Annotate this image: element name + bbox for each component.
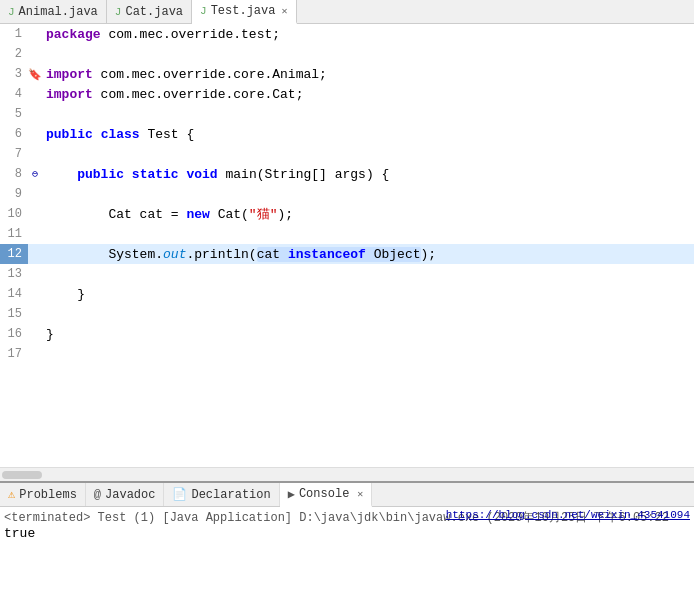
watermark: https://blog.csdn.net/weixin_43541094 xyxy=(446,509,690,521)
code-content[interactable]: 1 package com.mec.override.test; 2 3 🔖 i… xyxy=(0,24,694,467)
table-row: 14 } xyxy=(0,284,694,304)
line-number: 13 xyxy=(0,264,28,284)
tab-declaration[interactable]: 📄 Declaration xyxy=(164,483,279,506)
code-line xyxy=(42,344,694,364)
code-line: } xyxy=(42,284,694,304)
line-number: 11 xyxy=(0,224,28,244)
line-marker xyxy=(28,324,42,344)
table-row: 15 xyxy=(0,304,694,324)
table-row: 3 🔖 import com.mec.override.core.Animal; xyxy=(0,64,694,84)
code-table: 1 package com.mec.override.test; 2 3 🔖 i… xyxy=(0,24,694,364)
line-marker: 🔖 xyxy=(28,64,42,84)
line-marker xyxy=(28,304,42,324)
table-row: 12 System.out.println(cat instanceof Obj… xyxy=(0,244,694,264)
line-marker xyxy=(28,264,42,284)
code-line: System.out.println(cat instanceof Object… xyxy=(42,244,694,264)
line-number: 10 xyxy=(0,204,28,224)
tab-animal[interactable]: J Animal.java xyxy=(0,0,107,23)
code-line: import com.mec.override.core.Cat; xyxy=(42,84,694,104)
line-number: 8 xyxy=(0,164,28,184)
code-line xyxy=(42,104,694,124)
tab-label-problems: Problems xyxy=(19,488,77,502)
line-number: 17 xyxy=(0,344,28,364)
java-file-icon-animal: J xyxy=(8,6,15,18)
editor-area: 1 package com.mec.override.test; 2 3 🔖 i… xyxy=(0,24,694,481)
tab-close-test[interactable]: ✕ xyxy=(281,5,287,17)
table-row: 10 Cat cat = new Cat("猫"); xyxy=(0,204,694,224)
tab-cat[interactable]: J Cat.java xyxy=(107,0,192,23)
tab-label-declaration: Declaration xyxy=(191,488,270,502)
table-row: 2 xyxy=(0,44,694,64)
code-line: import com.mec.override.core.Animal; xyxy=(42,64,694,84)
line-marker xyxy=(28,244,42,264)
table-row: 16 } xyxy=(0,324,694,344)
line-marker xyxy=(28,344,42,364)
code-line: Cat cat = new Cat("猫"); xyxy=(42,204,694,224)
horizontal-scrollbar[interactable] xyxy=(0,467,694,481)
console-output: true xyxy=(4,526,690,541)
line-marker xyxy=(28,124,42,144)
code-line: } xyxy=(42,324,694,344)
table-row: 13 xyxy=(0,264,694,284)
console-area[interactable]: <terminated> Test (1) [Java Application]… xyxy=(0,507,694,601)
tab-console[interactable]: ▶ Console ✕ xyxy=(280,483,373,507)
tab-label-test: Test.java xyxy=(211,4,276,18)
bottom-tab-bar: ⚠ Problems @ Javadoc 📄 Declaration ▶ Con… xyxy=(0,483,694,507)
table-row: 4 import com.mec.override.core.Cat; xyxy=(0,84,694,104)
line-number: 7 xyxy=(0,144,28,164)
scroll-thumb[interactable] xyxy=(2,471,42,479)
java-file-icon-test: J xyxy=(200,5,207,17)
table-row: 17 xyxy=(0,344,694,364)
line-number: 14 xyxy=(0,284,28,304)
console-icon: ▶ xyxy=(288,487,295,502)
table-row: 8 ⊖ public static void main(String[] arg… xyxy=(0,164,694,184)
line-marker xyxy=(28,104,42,124)
line-marker xyxy=(28,224,42,244)
bottom-panel: ⚠ Problems @ Javadoc 📄 Declaration ▶ Con… xyxy=(0,481,694,601)
line-marker xyxy=(28,84,42,104)
line-marker xyxy=(28,44,42,64)
code-line: public class Test { xyxy=(42,124,694,144)
code-line xyxy=(42,224,694,244)
line-number: 16 xyxy=(0,324,28,344)
table-row: 7 xyxy=(0,144,694,164)
console-close-icon[interactable]: ✕ xyxy=(357,488,363,500)
code-line xyxy=(42,184,694,204)
line-marker xyxy=(28,144,42,164)
line-marker xyxy=(28,184,42,204)
line-number: 9 xyxy=(0,184,28,204)
line-number: 12 xyxy=(0,244,28,264)
java-file-icon-cat: J xyxy=(115,6,122,18)
code-line xyxy=(42,44,694,64)
tab-problems[interactable]: ⚠ Problems xyxy=(0,483,86,506)
line-number: 1 xyxy=(0,24,28,44)
line-number: 15 xyxy=(0,304,28,324)
tab-bar: J Animal.java J Cat.java J Test.java ✕ xyxy=(0,0,694,24)
tab-test[interactable]: J Test.java ✕ xyxy=(192,0,296,24)
line-marker xyxy=(28,284,42,304)
line-marker xyxy=(28,24,42,44)
table-row: 9 xyxy=(0,184,694,204)
table-row: 11 xyxy=(0,224,694,244)
line-number: 3 xyxy=(0,64,28,84)
problems-icon: ⚠ xyxy=(8,487,15,502)
line-number: 2 xyxy=(0,44,28,64)
tab-label-animal: Animal.java xyxy=(19,5,98,19)
tab-label-javadoc: Javadoc xyxy=(105,488,155,502)
declaration-icon: 📄 xyxy=(172,487,187,502)
tab-javadoc[interactable]: @ Javadoc xyxy=(86,483,165,506)
code-line xyxy=(42,264,694,284)
line-marker xyxy=(28,204,42,224)
code-line: public static void main(String[] args) { xyxy=(42,164,694,184)
line-marker: ⊖ xyxy=(28,164,42,184)
javadoc-icon: @ xyxy=(94,488,101,502)
code-line xyxy=(42,144,694,164)
table-row: 5 xyxy=(0,104,694,124)
line-number: 4 xyxy=(0,84,28,104)
table-row: 1 package com.mec.override.test; xyxy=(0,24,694,44)
code-line: package com.mec.override.test; xyxy=(42,24,694,44)
tab-label-console: Console xyxy=(299,487,349,501)
table-row: 6 public class Test { xyxy=(0,124,694,144)
tab-label-cat: Cat.java xyxy=(125,5,183,19)
line-number: 6 xyxy=(0,124,28,144)
